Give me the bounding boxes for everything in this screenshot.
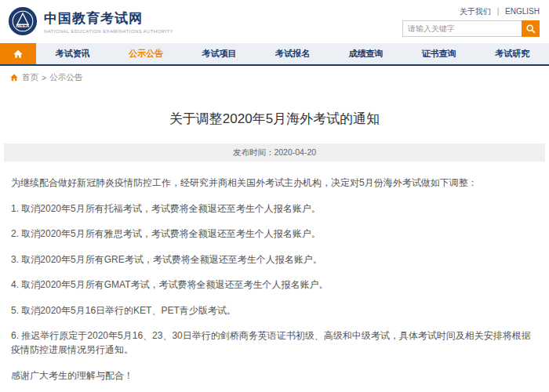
- logo-acronym: NEEA: [16, 23, 30, 28]
- article-paragraph: 为继续配合做好新冠肺炎疫情防控工作，经研究并商相关国外考试主办机构，决定对5月份…: [11, 176, 538, 190]
- nav-item-exam-registration[interactable]: 考试报名: [256, 43, 329, 64]
- publish-date: 发布时间：2020-04-20: [233, 147, 316, 158]
- article-paragraph: 6. 推迟举行原定于2020年5月16、23、30日举行的剑桥商务英语证书初级、…: [11, 328, 538, 357]
- link-separator: |: [497, 7, 500, 16]
- breadcrumb-separator: >: [42, 73, 46, 82]
- site-header: NEEA 中国教育考试网 NATIONAL EDUCATION EXAMINAT…: [0, 0, 549, 43]
- publish-date-bar: 发布时间：2020-04-20: [4, 143, 545, 162]
- article-paragraph: 感谢广大考生的理解与配合！: [11, 368, 538, 383]
- nav-item-exam-research[interactable]: 考试研究: [476, 43, 549, 64]
- nav-item-exam-news[interactable]: 考试资讯: [36, 43, 109, 64]
- nav-item-score-inquiry[interactable]: 成绩查询: [329, 43, 402, 64]
- breadcrumb-home-link[interactable]: 首页: [22, 72, 38, 83]
- site-logo[interactable]: NEEA 中国教育考试网 NATIONAL EDUCATION EXAMINAT…: [8, 6, 173, 36]
- breadcrumb: 首页 > 公示公告: [0, 66, 549, 88]
- article-paragraph: 1. 取消2020年5月所有托福考试，考试费将全额退还至考生个人报名账户。: [11, 201, 538, 216]
- english-link[interactable]: ENGLISH: [505, 7, 540, 16]
- search-button[interactable]: [522, 20, 540, 37]
- search-icon: [525, 24, 536, 34]
- article-body: 为继续配合做好新冠肺炎疫情防控工作，经研究并商相关国外考试主办机构，决定对5月份…: [0, 162, 549, 392]
- article-paragraph: 4. 取消2020年5月所有GMAT考试，考试费将全额退还至考生个人报名账户。: [11, 278, 538, 292]
- site-subtitle: NATIONAL EDUCATION EXAMINATIONS AUTHORIT…: [44, 29, 173, 34]
- search-input[interactable]: [402, 20, 522, 37]
- nav-item-certificate-inquiry[interactable]: 证书查询: [402, 43, 475, 64]
- nav-home-button[interactable]: [0, 43, 36, 64]
- page-title: 关于调整2020年5月海外考试的通知: [0, 110, 549, 128]
- site-title-block: 中国教育考试网 NATIONAL EDUCATION EXAMINATIONS …: [44, 9, 173, 34]
- main-nav: 考试资讯 公示公告 考试项目 考试报名 成绩查询 证书查询 考试研究: [0, 43, 549, 66]
- article-paragraph: 5. 取消2020年5月16日举行的KET、PET青少版考试。: [11, 303, 538, 318]
- about-us-link[interactable]: 关于我们: [460, 7, 491, 16]
- home-icon: [13, 49, 24, 60]
- search-box: [402, 20, 540, 37]
- nav-item-exam-programs[interactable]: 考试项目: [183, 43, 256, 64]
- utility-links: 关于我们 | ENGLISH: [460, 6, 540, 17]
- breadcrumb-current: 公示公告: [49, 72, 82, 83]
- breadcrumb-home-icon: [9, 73, 19, 82]
- neea-logo-icon: NEEA: [8, 6, 38, 36]
- article-paragraph: 3. 取消2020年5月所有GRE考试，考试费将全额退还至考生个人报名账户。: [11, 252, 538, 267]
- article-paragraph: 2. 取消2020年5月所有雅思考试，考试费将全额退还至考生个人报名账户。: [11, 227, 538, 241]
- site-name: 中国教育考试网: [44, 9, 173, 27]
- nav-item-public-notices[interactable]: 公示公告: [109, 43, 182, 64]
